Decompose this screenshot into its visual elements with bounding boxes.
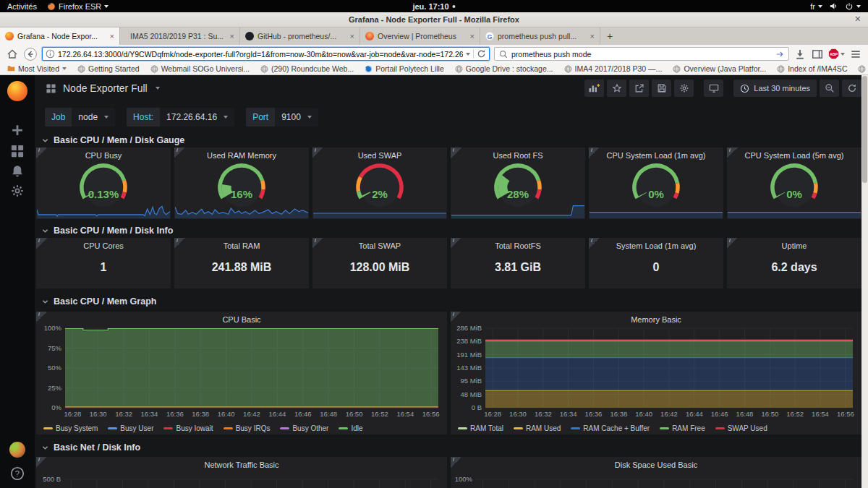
section-gauge[interactable]: Basic CPU / Mem / Disk Gauge: [42, 133, 867, 147]
panel-used-ram-memory[interactable]: iUsed RAM Memory16%: [174, 147, 309, 219]
panel-info-corner[interactable]: i: [36, 238, 47, 249]
panel-title[interactable]: Used Root FS: [461, 151, 575, 160]
panel-title[interactable]: Used RAM Memory: [184, 151, 299, 160]
panel-cpu-cores[interactable]: iCPU Cores1: [36, 238, 171, 288]
variable-value-dropdown[interactable]: 172.26.64.16: [160, 108, 234, 127]
legend-item[interactable]: Busy System: [43, 424, 98, 432]
panel-info-corner[interactable]: i: [36, 147, 47, 158]
panel-title[interactable]: Total SWAP: [323, 241, 437, 250]
panel-system-load-1m-avg[interactable]: iSystem Load (1m avg)0: [589, 238, 723, 288]
panel-title[interactable]: Total RootFS: [461, 241, 575, 250]
downloads-button[interactable]: [793, 48, 807, 60]
search-input[interactable]: [511, 50, 772, 59]
panel-info-corner[interactable]: i: [451, 147, 461, 158]
section-graph[interactable]: Basic CPU / Mem Graph: [42, 294, 867, 309]
legend-item[interactable]: RAM Total: [458, 424, 503, 432]
section-info[interactable]: Basic CPU / Mem / Disk Info: [42, 223, 867, 238]
grafana-logo[interactable]: [7, 81, 27, 101]
panel-info-corner[interactable]: i: [589, 147, 600, 158]
legend-item[interactable]: RAM Cache + Buffer: [571, 424, 650, 432]
panel-info-corner[interactable]: i: [727, 147, 738, 158]
panel-title[interactable]: Used SWAP: [323, 151, 437, 160]
home-button[interactable]: [6, 48, 19, 60]
panel-info-corner[interactable]: i: [174, 238, 185, 249]
panel-cpu-system-load-5m-avg[interactable]: iCPU System Load (5m avg)0%: [727, 147, 861, 219]
panel-cpu-basic[interactable]: iCPU Basic0%25%50%75%100%16:2816:3016:32…: [36, 312, 447, 435]
bookmark-item[interactable]: Most Visited: [7, 64, 67, 73]
browser-tab[interactable]: Gprometheus push pull...×: [480, 27, 600, 45]
sidebar-toggle-button[interactable]: [811, 48, 824, 60]
panel-title[interactable]: Total RAM: [184, 241, 299, 250]
system-menu[interactable]: [845, 2, 861, 11]
panel-info-corner[interactable]: i: [36, 312, 47, 322]
panel-cpu-system-load-1m-avg[interactable]: iCPU System Load (1m avg)0%: [589, 147, 723, 219]
variable-value-dropdown[interactable]: node: [72, 108, 115, 127]
add-panel-button[interactable]: [584, 80, 604, 97]
panel-memory-basic[interactable]: iMemory Basic0 B48 MiB95 MiB143 MiB191 M…: [451, 312, 861, 435]
help-icon[interactable]: ?: [10, 466, 25, 481]
legend-item[interactable]: Busy User: [108, 424, 153, 432]
bookmark-item[interactable]: IMA4 CLO: [858, 64, 868, 73]
bookmark-item[interactable]: Getting Started: [77, 64, 140, 73]
tab-close-button[interactable]: ×: [230, 32, 234, 40]
avatar[interactable]: [9, 442, 25, 458]
panel-title[interactable]: CPU System Load (5m avg): [737, 151, 851, 160]
configuration-gear-icon[interactable]: [10, 184, 25, 198]
window-close-button[interactable]: ×: [855, 13, 861, 25]
panel-info-corner[interactable]: i: [36, 457, 47, 468]
panel-title[interactable]: CPU Basic: [46, 315, 437, 324]
panel-title[interactable]: System Load (1m avg): [599, 241, 713, 250]
panel-disk-space-used-basic[interactable]: iDisk Space Used Basic100%: [451, 457, 861, 488]
go-arrow-icon[interactable]: [775, 50, 784, 59]
panel-title[interactable]: CPU Cores: [46, 241, 161, 250]
section-net[interactable]: Basic Net / Disk Info: [42, 440, 867, 455]
dashboard-title-button[interactable]: Node Exporter Full: [46, 82, 160, 94]
bookmark-item[interactable]: Index of /IMA4SC: [777, 64, 847, 73]
scrollbar-thumb[interactable]: [862, 76, 867, 183]
panel-title[interactable]: Disk Space Used Basic: [461, 461, 851, 469]
create-add-icon[interactable]: [10, 123, 25, 137]
legend-item[interactable]: Busy IRQs: [224, 424, 271, 432]
bookmark-item[interactable]: Google Drive : stockage...: [455, 64, 553, 73]
panel-info-corner[interactable]: i: [451, 238, 461, 249]
variable-value-dropdown[interactable]: 9100: [275, 108, 318, 127]
alerting-bell-icon[interactable]: [10, 164, 25, 179]
browser-tab[interactable]: GitHub - prometheus/...×: [240, 27, 360, 45]
refresh-button[interactable]: [842, 80, 861, 97]
star-button[interactable]: [607, 80, 626, 97]
bookmark-item[interactable]: Overview (Java Platfor...: [673, 64, 766, 73]
panel-info-corner[interactable]: i: [589, 238, 600, 249]
app-menu[interactable]: Firefox ESR: [47, 2, 109, 11]
browser-tab[interactable]: Grafana - Node Expor...×: [0, 27, 120, 45]
url-bar[interactable]: [42, 47, 490, 61]
zoom-out-button[interactable]: [820, 80, 839, 97]
panel-info-corner[interactable]: i: [727, 238, 738, 249]
bookmark-item[interactable]: Portail Polytech Lille: [365, 64, 444, 73]
clock[interactable]: jeu. 17:10: [412, 2, 455, 11]
panel-uptime[interactable]: iUptime6.2 days: [727, 238, 861, 288]
back-button[interactable]: [23, 47, 38, 61]
panel-used-root-fs[interactable]: iUsed Root FS28%: [451, 147, 585, 219]
save-button[interactable]: [652, 80, 671, 97]
legend-item[interactable]: RAM Used: [514, 424, 561, 432]
panel-cpu-busy[interactable]: iCPU Busy0.13%: [36, 147, 171, 219]
legend-item[interactable]: SWAP Used: [715, 424, 767, 432]
panel-info-corner[interactable]: i: [174, 147, 185, 158]
search-bar[interactable]: [494, 47, 789, 61]
volume-icon[interactable]: [829, 1, 838, 11]
tab-close-button[interactable]: ×: [350, 32, 354, 40]
panel-title[interactable]: CPU System Load (1m avg): [599, 151, 713, 160]
panel-title[interactable]: Network Traffic Basic: [46, 461, 437, 469]
tab-close-button[interactable]: ×: [470, 32, 475, 40]
time-range-button[interactable]: Last 30 minutes: [733, 80, 817, 97]
bookmark-item[interactable]: (290) Roundcube Web...: [260, 64, 354, 73]
panel-title[interactable]: CPU Busy: [46, 151, 161, 160]
scrollbar[interactable]: [861, 75, 868, 488]
window-titlebar[interactable]: Grafana - Node Exporter Full - Mozilla F…: [0, 12, 868, 27]
panel-title[interactable]: Uptime: [737, 241, 851, 250]
bookmark-item[interactable]: IMA4 2017/2018 P30 —...: [564, 64, 663, 73]
reload-icon[interactable]: [477, 49, 486, 59]
menu-button[interactable]: [849, 48, 862, 60]
panel-total-rootfs[interactable]: iTotal RootFS3.81 GiB: [451, 238, 585, 288]
panel-total-ram[interactable]: iTotal RAM241.88 MiB: [174, 238, 309, 288]
